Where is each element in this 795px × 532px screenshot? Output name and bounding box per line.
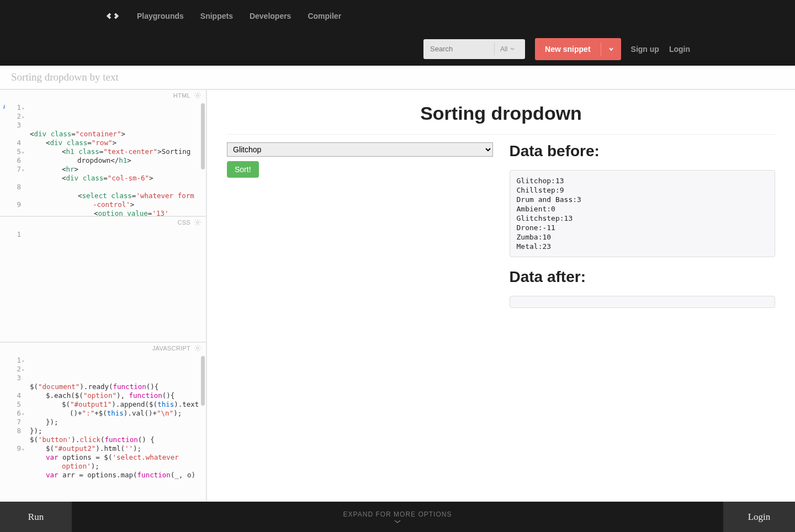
nav-compiler[interactable]: Compiler: [308, 12, 341, 20]
css-pane-header: CSS: [0, 217, 206, 228]
new-snippet-label: New snippet: [535, 45, 600, 54]
editor-column: i HTML 123456789 <div class="container">…: [0, 90, 207, 502]
search-filter-dropdown[interactable]: All: [495, 45, 521, 53]
js-code-body[interactable]: $("document").ready(function(){$.each($(…: [25, 354, 206, 502]
data-before-output: Glitchop:13 Chillstep:9 Drum and Bass:3 …: [510, 170, 776, 257]
preview-right-col: Data before: Glitchop:13 Chillstep:9 Dru…: [510, 142, 776, 319]
data-after-output: [510, 296, 776, 308]
svg-point-1: [197, 221, 199, 224]
svg-point-0: [197, 94, 199, 97]
gear-icon[interactable]: [194, 344, 202, 352]
new-snippet-button[interactable]: New snippet: [535, 38, 621, 60]
html-pane-label: HTML: [173, 92, 190, 99]
preview-hr: [227, 134, 775, 135]
html-code-body[interactable]: <div class="container"><div class="row">…: [25, 101, 206, 216]
html-editor-pane: i HTML 123456789 <div class="container">…: [0, 90, 206, 216]
nav-playgrounds[interactable]: Playgrounds: [137, 12, 184, 20]
css-code-editor[interactable]: 1: [0, 228, 206, 342]
css-pane-label: CSS: [177, 219, 190, 226]
header-action-row: All New snippet Sign up Login: [0, 32, 795, 66]
gear-icon[interactable]: [194, 219, 202, 226]
css-gutter: 1: [0, 228, 25, 342]
snippet-title[interactable]: Sorting dropdown by text: [0, 66, 795, 90]
js-editor-pane: JAVASCRIPT 123456789 $("document").ready…: [0, 342, 206, 502]
js-gutter: 123456789: [0, 354, 25, 502]
app-header: Playgrounds Snippets Developers Compiler…: [0, 0, 795, 66]
preview-columns: Glitchop Sort! Data before: Glitchop:13 …: [227, 142, 775, 319]
svg-point-2: [197, 347, 199, 349]
signup-link[interactable]: Sign up: [631, 45, 659, 54]
header-nav-row: Playgrounds Snippets Developers Compiler: [0, 0, 795, 32]
js-code-editor[interactable]: 123456789 $("document").ready(function()…: [0, 354, 206, 502]
js-pane-label: JAVASCRIPT: [152, 345, 190, 352]
main-area: i HTML 123456789 <div class="container">…: [0, 90, 795, 502]
nav-snippets[interactable]: Snippets: [200, 12, 233, 20]
chevron-down-icon: [510, 46, 515, 52]
chevron-down-icon: [608, 46, 614, 52]
search-bar: All: [423, 39, 525, 59]
scrollbar-thumb[interactable]: [201, 356, 205, 406]
html-gutter: 123456789: [0, 101, 25, 216]
css-code-body[interactable]: [25, 228, 206, 342]
scrollbar-thumb[interactable]: [201, 103, 205, 169]
new-snippet-caret[interactable]: [601, 46, 621, 52]
preview-heading: Sorting dropdown: [227, 103, 775, 124]
search-filter-label: All: [500, 45, 507, 53]
html-pane-header: HTML: [0, 90, 206, 101]
html-code-editor[interactable]: 123456789 <div class="container"><div cl…: [0, 101, 206, 216]
search-input[interactable]: [423, 45, 494, 53]
logo-icon: [105, 11, 120, 21]
logo[interactable]: [105, 8, 120, 24]
preview-left-col: Glitchop Sort!: [227, 142, 493, 319]
gear-icon[interactable]: [194, 92, 202, 99]
genre-select[interactable]: Glitchop: [227, 142, 493, 157]
sort-button[interactable]: Sort!: [227, 161, 259, 178]
login-link[interactable]: Login: [669, 45, 690, 54]
css-editor-pane: CSS 1: [0, 216, 206, 342]
data-before-heading: Data before:: [510, 142, 776, 160]
data-after-heading: Data after:: [510, 268, 776, 286]
preview-pane: Sorting dropdown Glitchop Sort! Data bef…: [207, 90, 795, 502]
nav-developers[interactable]: Developers: [250, 12, 291, 20]
js-pane-header: JAVASCRIPT: [0, 343, 206, 354]
